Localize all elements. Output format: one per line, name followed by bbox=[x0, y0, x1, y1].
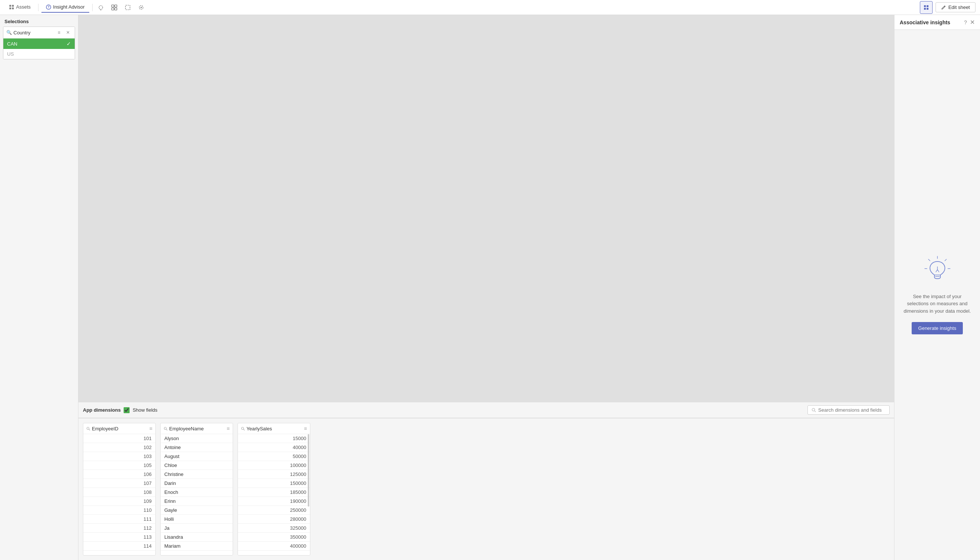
svg-rect-11 bbox=[115, 8, 117, 10]
insight-advisor-tab[interactable]: Insight Advisor bbox=[42, 2, 89, 13]
employee-id-body: 101 102 103 105 106 107 108 109 110 111 … bbox=[83, 434, 155, 555]
list-item[interactable]: 350000 bbox=[238, 533, 310, 542]
lasso-icon bbox=[98, 5, 104, 10]
svg-point-19 bbox=[812, 408, 815, 411]
list-item[interactable]: 190000 bbox=[238, 497, 310, 506]
list-item[interactable]: 112 bbox=[83, 524, 155, 533]
list-item[interactable]: Chloe bbox=[161, 461, 233, 470]
right-panel-body: See the impact of your selections on mea… bbox=[895, 30, 980, 560]
list-item[interactable]: Alyson bbox=[161, 434, 233, 443]
list-item[interactable]: 108 bbox=[83, 488, 155, 497]
assets-tab[interactable]: Assets bbox=[5, 2, 35, 13]
list-item[interactable]: 50000 bbox=[238, 452, 310, 461]
list-item[interactable]: 40000 bbox=[238, 443, 310, 452]
list-item[interactable]: 100000 bbox=[238, 461, 310, 470]
svg-point-21 bbox=[87, 427, 89, 429]
list-item[interactable]: Ja bbox=[161, 524, 233, 533]
list-item[interactable]: 125000 bbox=[238, 470, 310, 479]
filter-clear-btn[interactable]: ✕ bbox=[64, 29, 72, 36]
list-item[interactable]: 103 bbox=[83, 452, 155, 461]
svg-line-30 bbox=[928, 259, 930, 261]
svg-rect-17 bbox=[924, 8, 926, 10]
svg-rect-18 bbox=[927, 8, 928, 10]
topbar-left: Assets Insight Advisor bbox=[5, 2, 146, 13]
left-panel: Selections 🔍 Country ≡ ✕ CAN ✓ US bbox=[0, 15, 78, 560]
col-menu-icon[interactable]: ≡ bbox=[227, 425, 230, 432]
right-panel-header: Associative insights ? ✕ bbox=[895, 15, 980, 30]
filter-search-icon: 🔍 bbox=[7, 30, 12, 35]
checkmark-icon: ✓ bbox=[67, 41, 71, 47]
filter-list-btn[interactable]: ≡ bbox=[55, 29, 63, 36]
svg-point-25 bbox=[242, 427, 244, 429]
edit-sheet-button[interactable]: Edit sheet bbox=[935, 2, 975, 12]
select-radial-btn[interactable] bbox=[136, 2, 146, 13]
close-icon[interactable]: ✕ bbox=[970, 19, 975, 26]
list-item[interactable]: 101 bbox=[83, 434, 155, 443]
right-panel-title: Associative insights bbox=[900, 20, 964, 25]
list-item[interactable]: 150000 bbox=[238, 479, 310, 488]
help-icon[interactable]: ? bbox=[964, 20, 967, 25]
list-item[interactable]: 114 bbox=[83, 542, 155, 551]
list-item[interactable]: 107 bbox=[83, 479, 155, 488]
svg-rect-15 bbox=[924, 5, 926, 7]
list-item[interactable]: 102 bbox=[83, 443, 155, 452]
right-panel: Associative insights ? ✕ bbox=[894, 15, 980, 560]
list-item[interactable]: Enoch bbox=[161, 488, 233, 497]
svg-rect-10 bbox=[111, 8, 114, 10]
list-item[interactable]: Gayle bbox=[161, 506, 233, 515]
dimensions-search-input[interactable] bbox=[818, 407, 885, 413]
employee-name-body: Alyson Antoine August Chloe Christine Da… bbox=[161, 434, 233, 555]
list-item[interactable]: 113 bbox=[83, 533, 155, 542]
select-area-btn[interactable] bbox=[123, 2, 133, 13]
svg-line-24 bbox=[166, 429, 167, 430]
list-item[interactable]: Christine bbox=[161, 470, 233, 479]
filter-item-us[interactable]: US bbox=[3, 49, 75, 59]
lasso-select-btn[interactable] bbox=[96, 2, 106, 13]
list-item[interactable]: 280000 bbox=[238, 515, 310, 524]
list-item[interactable]: 15000 bbox=[238, 434, 310, 443]
list-item[interactable]: 400000 bbox=[238, 542, 310, 551]
list-item[interactable]: 109 bbox=[83, 497, 155, 506]
list-item[interactable]: 325000 bbox=[238, 524, 310, 533]
main-canvas bbox=[78, 15, 894, 402]
filter-item-can[interactable]: CAN ✓ bbox=[3, 38, 75, 49]
show-fields-label[interactable]: Show fields bbox=[133, 407, 157, 413]
employee-id-header: EmployeeID ≡ bbox=[83, 423, 155, 434]
list-item[interactable]: 106 bbox=[83, 470, 155, 479]
list-item[interactable]: Holli bbox=[161, 515, 233, 524]
generate-insights-button[interactable]: Generate insights bbox=[912, 322, 963, 334]
list-item[interactable]: 110 bbox=[83, 506, 155, 515]
show-fields-checkbox[interactable] bbox=[124, 407, 130, 413]
list-item[interactable]: 185000 bbox=[238, 488, 310, 497]
list-item[interactable]: Antoine bbox=[161, 443, 233, 452]
list-item[interactable]: Lisandra bbox=[161, 533, 233, 542]
svg-rect-0 bbox=[9, 5, 11, 7]
list-item[interactable]: 105 bbox=[83, 461, 155, 470]
list-item[interactable]: 250000 bbox=[238, 506, 310, 515]
svg-rect-8 bbox=[111, 5, 114, 7]
employee-id-column: EmployeeID ≡ 101 102 103 105 106 107 108… bbox=[83, 423, 156, 555]
filter-pane: 🔍 Country ≡ ✕ CAN ✓ US bbox=[3, 27, 75, 59]
yearly-sales-header: YearlySales ≡ bbox=[238, 423, 310, 434]
col-menu-icon[interactable]: ≡ bbox=[304, 425, 307, 432]
topbar-right: Edit sheet bbox=[920, 1, 975, 14]
list-item[interactable]: Erinn bbox=[161, 497, 233, 506]
select-radial-icon bbox=[138, 5, 144, 10]
insight-advisor-icon bbox=[46, 5, 51, 10]
svg-rect-16 bbox=[927, 5, 928, 7]
select-all-btn[interactable] bbox=[109, 2, 120, 13]
list-item[interactable]: 111 bbox=[83, 515, 155, 524]
list-item[interactable]: Mariam bbox=[161, 542, 233, 551]
svg-rect-1 bbox=[12, 5, 14, 7]
list-item[interactable]: Darin bbox=[161, 479, 233, 488]
grid-view-btn[interactable] bbox=[920, 1, 933, 14]
yearly-sales-column: YearlySales ≡ 15000 40000 50000 100000 1… bbox=[238, 423, 310, 555]
col-search-icon bbox=[241, 427, 245, 431]
insight-description: See the impact of your selections on mea… bbox=[902, 293, 973, 315]
main-layout: Selections 🔍 Country ≡ ✕ CAN ✓ US App di… bbox=[0, 15, 980, 560]
yearly-sales-body: 15000 40000 50000 100000 125000 150000 1… bbox=[238, 434, 310, 555]
list-item[interactable]: August bbox=[161, 452, 233, 461]
col-menu-icon[interactable]: ≡ bbox=[150, 425, 152, 432]
content-area: App dimensions Show fields bbox=[78, 15, 894, 560]
tab-divider bbox=[38, 4, 38, 11]
